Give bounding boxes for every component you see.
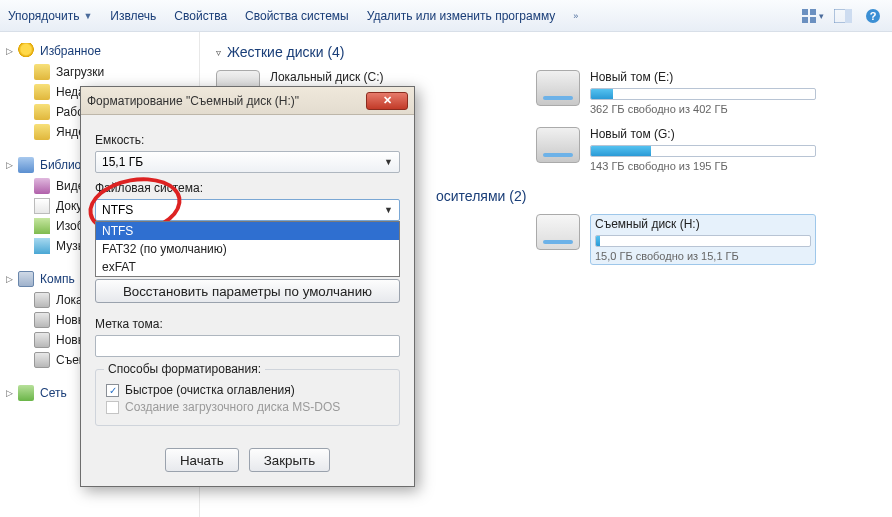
view-icon[interactable]: ▾: [802, 5, 824, 27]
start-button[interactable]: Начать: [165, 448, 239, 472]
toolbar-organize-label: Упорядочить: [8, 9, 79, 23]
drive-icon: [34, 292, 50, 308]
disk-vol-g[interactable]: Новый том (G:) 143 ГБ свободно из 195 ГБ: [536, 127, 816, 172]
libraries-icon: [18, 157, 34, 173]
drive-icon: [34, 352, 50, 368]
toolbar-more[interactable]: »: [573, 11, 578, 21]
svg-rect-3: [810, 17, 816, 23]
checkbox-icon: ✓: [106, 384, 119, 397]
toolbar-organize[interactable]: Упорядочить ▼: [8, 9, 92, 23]
capacity-bar: [595, 235, 811, 247]
toolbar-system-properties[interactable]: Свойства системы: [245, 9, 349, 23]
format-dialog: Форматирование "Съемный диск (H:)" ✕ Емк…: [80, 86, 415, 487]
drive-icon: [34, 332, 50, 348]
capacity-label: Емкость:: [95, 133, 400, 147]
preview-pane-icon[interactable]: [832, 5, 854, 27]
volume-label-input[interactable]: [95, 335, 400, 357]
disk-free: 362 ГБ свободно из 402 ГБ: [590, 103, 816, 115]
svg-rect-5: [845, 9, 852, 23]
star-icon: [18, 43, 34, 59]
drive-icon: [34, 312, 50, 328]
images-icon: [34, 218, 50, 234]
disk-free: 15,0 ГБ свободно из 15,1 ГБ: [595, 250, 811, 262]
folder-icon: [34, 84, 50, 100]
format-options-group: Способы форматирования: ✓ Быстрое (очист…: [95, 369, 400, 426]
filesystem-combo[interactable]: NTFS ▼ NTFS FAT32 (по умолчанию) exFAT: [95, 199, 400, 221]
capacity-bar: [590, 88, 816, 100]
disk-free: 143 ГБ свободно из 195 ГБ: [590, 160, 816, 172]
disk-name: Локальный диск (C:): [270, 70, 496, 84]
dialog-titlebar[interactable]: Форматирование "Съемный диск (H:)" ✕: [81, 87, 414, 115]
collapse-icon: ▷: [6, 388, 13, 398]
toolbar: Упорядочить ▼ Извлечь Свойства Свойства …: [0, 0, 892, 32]
disk-name: Новый том (G:): [590, 127, 816, 141]
filesystem-label: Файловая система:: [95, 181, 400, 195]
fs-option-exfat[interactable]: exFAT: [96, 258, 399, 276]
collapse-icon: ▷: [6, 274, 13, 284]
quick-format-checkbox[interactable]: ✓ Быстрое (очистка оглавления): [106, 383, 389, 397]
restore-defaults-button[interactable]: Восстановить параметры по умолчанию: [95, 279, 400, 303]
network-icon: [18, 385, 34, 401]
capacity-bar: [590, 145, 816, 157]
checkbox-icon: [106, 401, 119, 414]
media-section-head[interactable]: осителями (2): [436, 188, 876, 204]
group-legend: Способы форматирования:: [104, 362, 265, 376]
filesystem-dropdown: NTFS FAT32 (по умолчанию) exFAT: [95, 221, 400, 277]
removable-icon: [536, 214, 580, 250]
video-icon: [34, 178, 50, 194]
filesystem-value: NTFS: [102, 203, 133, 217]
svg-rect-1: [810, 9, 816, 15]
disk-name: Новый том (E:): [590, 70, 816, 84]
music-icon: [34, 238, 50, 254]
toolbar-properties[interactable]: Свойства: [174, 9, 227, 23]
capacity-combo[interactable]: 15,1 ГБ ▼: [95, 151, 400, 173]
computer-icon: [18, 271, 34, 287]
fs-option-fat32[interactable]: FAT32 (по умолчанию): [96, 240, 399, 258]
collapse-icon: ▿: [216, 47, 221, 58]
documents-icon: [34, 198, 50, 214]
volume-label-label: Метка тома:: [95, 317, 400, 331]
svg-rect-2: [802, 17, 808, 23]
capacity-value: 15,1 ГБ: [102, 155, 143, 169]
fs-option-ntfs[interactable]: NTFS: [96, 222, 399, 240]
msdos-checkbox: Создание загрузочного диска MS-DOS: [106, 400, 389, 414]
close-icon: ✕: [383, 94, 392, 107]
disk-name: Съемный диск (H:): [595, 217, 811, 231]
chevron-down-icon: ▼: [384, 157, 393, 167]
collapse-icon: ▷: [6, 160, 13, 170]
svg-rect-0: [802, 9, 808, 15]
close-button[interactable]: ✕: [366, 92, 408, 110]
chevron-down-icon: ▼: [83, 11, 92, 21]
folder-icon: [34, 124, 50, 140]
chevron-right-icon: »: [573, 11, 578, 21]
folder-icon: [34, 64, 50, 80]
chevron-down-icon: ▼: [384, 205, 393, 215]
dialog-title: Форматирование "Съемный диск (H:)": [87, 94, 299, 108]
close-dialog-button[interactable]: Закрыть: [249, 448, 330, 472]
disk-vol-e[interactable]: Новый том (E:) 362 ГБ свободно из 402 ГБ: [536, 70, 816, 115]
help-icon[interactable]: ?: [862, 5, 884, 27]
disk-removable-h[interactable]: Съемный диск (H:) 15,0 ГБ свободно из 15…: [536, 214, 816, 265]
hdd-icon: [536, 127, 580, 163]
svg-text:?: ?: [870, 10, 877, 22]
toolbar-right: ▾ ?: [802, 5, 884, 27]
sidebar-item-downloads[interactable]: Загрузки: [0, 62, 199, 82]
hdd-section-head[interactable]: ▿ Жесткие диски (4): [216, 44, 876, 60]
folder-icon: [34, 104, 50, 120]
hdd-icon: [536, 70, 580, 106]
toolbar-uninstall[interactable]: Удалить или изменить программу: [367, 9, 556, 23]
collapse-icon: ▷: [6, 46, 13, 56]
toolbar-extract[interactable]: Извлечь: [110, 9, 156, 23]
sidebar-favorites-head[interactable]: ▷ Избранное: [0, 40, 199, 62]
